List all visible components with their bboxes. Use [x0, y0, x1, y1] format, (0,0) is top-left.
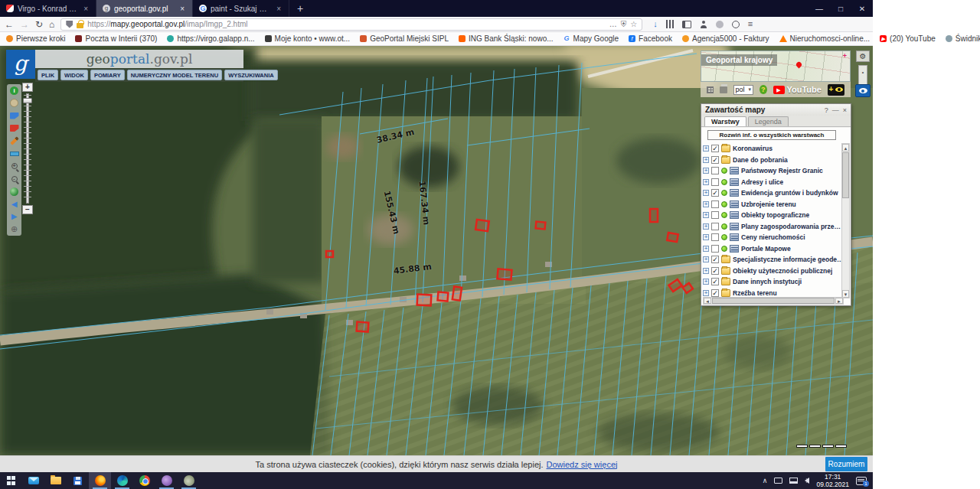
panel-help-button[interactable]: ?	[825, 106, 828, 114]
layer-checkbox[interactable]	[711, 289, 719, 297]
clear-select-tool[interactable]	[9, 124, 20, 133]
vertical-scrollbar[interactable]: ▲ ▼	[841, 143, 850, 298]
layer-row[interactable]: Ewidencja gruntów i budynków	[703, 187, 844, 199]
accessibility-controls[interactable]: +	[828, 84, 844, 96]
layer-checkbox[interactable]	[711, 267, 719, 275]
edge-app-button[interactable]	[111, 472, 133, 489]
menu-item-widok[interactable]: WIDOK	[60, 70, 88, 80]
bookmark-item[interactable]: Agencja5000 - Faktury	[682, 34, 769, 43]
layer-row[interactable]: Specjalistyczne informacje geodezyjne	[703, 254, 844, 266]
layer-row[interactable]: Plany zagospodarowania przestrzennego	[703, 221, 844, 233]
layer-checkbox[interactable]	[711, 245, 719, 253]
explorer-app-button[interactable]	[44, 472, 67, 489]
zoom-out-button[interactable]: −	[22, 205, 33, 214]
draw-tool[interactable]	[9, 136, 20, 145]
page-actions-icon[interactable]: …	[609, 20, 617, 28]
geoportal-logo[interactable]: g	[6, 50, 35, 79]
tab-geoportal[interactable]: g geoportal.gov.pl ×	[96, 0, 193, 17]
tab-paint-search[interactable]: G paint - Szukaj w Google ×	[193, 0, 289, 17]
scroll-thumb[interactable]	[842, 152, 849, 198]
expand-plus-icon[interactable]	[703, 279, 709, 285]
table-grid-icon[interactable]	[707, 86, 714, 93]
scroll-thumb[interactable]	[712, 298, 835, 304]
overview-map-panel[interactable]: Geoportal krajowy +	[701, 51, 851, 82]
menu-item-nmt[interactable]: NUMERYCZNY MODEL TERENU	[127, 70, 222, 80]
expand-plus-icon[interactable]	[703, 290, 709, 296]
expand-plus-icon[interactable]	[703, 234, 709, 240]
bookmark-item[interactable]: Moje konto • www.ot...	[265, 34, 351, 43]
cookie-more-link[interactable]: Dowiedz się więcej	[547, 460, 618, 469]
expand-plus-icon[interactable]	[703, 190, 709, 196]
scroll-right-icon[interactable]: ►	[835, 298, 843, 304]
layer-row[interactable]: Obiekty topograficzne	[703, 210, 844, 221]
close-button[interactable]: ✕	[851, 0, 873, 17]
expand-plus-icon[interactable]	[703, 246, 709, 252]
layer-checkbox[interactable]	[711, 145, 719, 152]
contrast-eye-icon[interactable]	[835, 87, 843, 92]
mail-app-button[interactable]	[22, 472, 44, 489]
firefox-app-button[interactable]	[89, 472, 111, 489]
expand-plus-icon[interactable]	[703, 268, 709, 274]
maximize-button[interactable]: □	[830, 0, 851, 17]
menu-item-plik[interactable]: PLIK	[38, 70, 58, 80]
tab-warstwy[interactable]: Warstwy	[704, 116, 746, 126]
layer-checkbox[interactable]	[711, 178, 719, 186]
panel-minimize-button[interactable]: —	[832, 106, 839, 114]
menu-item-pomiary[interactable]: POMIARY	[90, 70, 125, 80]
bookmark-item[interactable]: Poczta w Interii (370)	[75, 34, 157, 43]
bookmark-item[interactable]: ▶(20) YouTube	[880, 34, 936, 43]
layer-row[interactable]: Dane do pobrania	[703, 155, 844, 166]
zoom-in-tool[interactable]: +	[9, 161, 20, 171]
tab-close-icon[interactable]: ×	[275, 5, 283, 13]
floppy-app-button[interactable]	[67, 472, 89, 489]
menu-item-wyszukiwania[interactable]: WYSZUKIWANIA	[224, 70, 278, 80]
zoom-out-tool[interactable]: -	[9, 174, 20, 184]
layer-row[interactable]: Obiekty użyteczności publicznej	[703, 266, 844, 277]
pocket-icon[interactable]: ⛨	[621, 20, 627, 29]
expand-plus-icon[interactable]	[703, 157, 709, 163]
account-icon[interactable]	[700, 21, 707, 28]
back-button[interactable]: ←	[5, 20, 14, 29]
full-extent-tool[interactable]	[9, 187, 20, 196]
panel-close-button[interactable]: ×	[843, 106, 847, 114]
expand-plus-icon[interactable]	[703, 168, 709, 174]
chrome-app-button[interactable]	[133, 472, 155, 489]
identify-tool[interactable]	[9, 99, 20, 108]
layer-checkbox[interactable]	[711, 200, 719, 208]
previous-view-tool[interactable]: ◀	[9, 200, 20, 209]
tray-network-icon[interactable]	[789, 478, 798, 484]
language-select[interactable]: pol▾	[733, 85, 754, 95]
tab-close-icon[interactable]: ×	[178, 5, 186, 13]
tracking-shield-icon[interactable]	[66, 21, 73, 28]
bookmark-item[interactable]: fFacebook	[629, 34, 672, 43]
library-icon[interactable]	[666, 20, 674, 28]
scroll-up-icon[interactable]: ▲	[842, 144, 849, 152]
zoom-in-button[interactable]: +	[22, 83, 33, 92]
bookmark-item[interactable]: Świdnik - System Infor...	[946, 34, 980, 43]
reload-button[interactable]: ↻	[35, 20, 43, 29]
tray-expand-icon[interactable]: ∧	[763, 477, 768, 484]
youtube-link[interactable]: ▶YouTube	[773, 85, 822, 94]
lock-warning-icon[interactable]	[77, 23, 83, 28]
layer-row[interactable]: Koronawirus	[703, 143, 844, 155]
downloads-icon[interactable]: ↓	[653, 20, 658, 28]
layer-row[interactable]: Adresy i ulice	[703, 177, 844, 188]
menu-hamburger-icon[interactable]: ≡	[748, 20, 753, 28]
info-tool[interactable]: i	[9, 86, 20, 95]
expand-plus-icon[interactable]	[703, 256, 709, 262]
layer-row[interactable]: Ceny nieruchomości	[703, 232, 844, 243]
layer-row[interactable]: Portale Mapowe	[703, 243, 844, 255]
sidebar-icon[interactable]	[682, 21, 691, 28]
expand-plus-icon[interactable]	[703, 179, 709, 185]
next-view-tool[interactable]: ▶	[9, 212, 20, 221]
zoom-handle[interactable]	[23, 98, 32, 103]
bookmark-star-icon[interactable]: ☆	[630, 20, 637, 28]
notification-center-icon[interactable]: 1	[856, 477, 867, 485]
expand-plus-icon[interactable]	[703, 223, 709, 230]
printer-icon[interactable]	[720, 86, 727, 93]
home-button[interactable]: ⌂	[49, 20, 54, 29]
bookmark-item[interactable]: GeoPortal Miejski SIPL	[360, 34, 449, 43]
help-button[interactable]: ?	[760, 85, 766, 94]
layer-checkbox[interactable]	[711, 189, 719, 197]
layer-checkbox[interactable]	[711, 223, 719, 230]
